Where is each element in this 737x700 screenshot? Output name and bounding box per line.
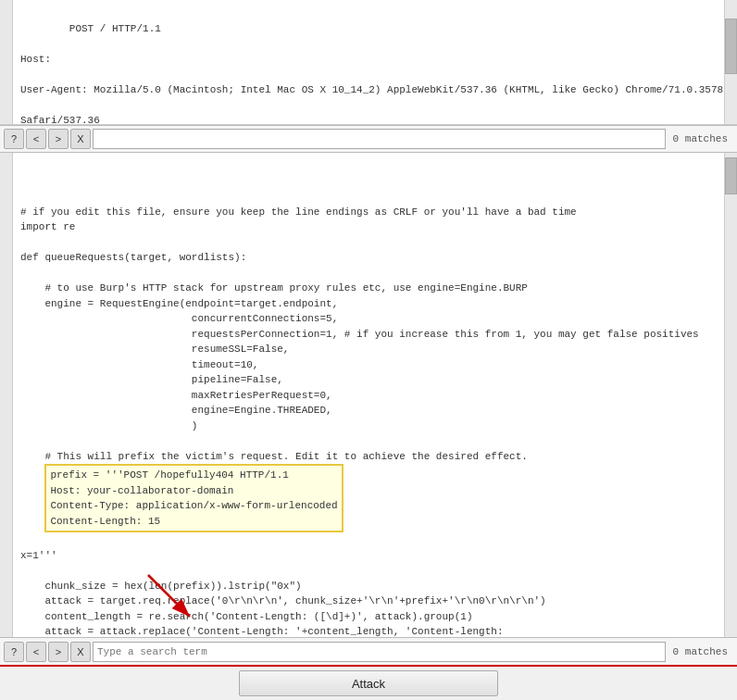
left-scrollbar-top: [0, 0, 13, 124]
scrollbar-thumb-code[interactable]: [725, 157, 737, 194]
top-search-bar: ? < > X 0 matches: [0, 125, 737, 153]
http-request-content: POST / HTTP/1.1 Host: User-Agent: Mozill…: [13, 0, 724, 124]
bottom-question-button[interactable]: ?: [4, 642, 24, 662]
attack-button[interactable]: Attack: [239, 670, 498, 696]
http-host-line: Host:: [20, 54, 57, 65]
top-prev-button[interactable]: <: [26, 129, 46, 149]
http-safari-line: Safari/537.36: [20, 115, 100, 125]
left-scrollbar-code: [0, 153, 13, 637]
bottom-close-button[interactable]: X: [70, 642, 91, 662]
right-scrollbar-code[interactable]: [724, 153, 737, 637]
bottom-prev-button[interactable]: <: [26, 642, 46, 662]
bottom-next-button[interactable]: >: [48, 642, 69, 662]
code-lines: # if you edit this file, ensure you keep…: [20, 189, 717, 637]
bottom-search-container: ? < > X 0 matches: [0, 637, 737, 665]
attack-area: Attack: [0, 665, 737, 700]
top-search-input[interactable]: [93, 129, 666, 149]
top-close-button[interactable]: X: [70, 129, 91, 149]
bottom-panel: # if you edit this file, ensure you keep…: [0, 153, 737, 665]
top-match-count: 0 matches: [668, 133, 733, 144]
code-area: # if you edit this file, ensure you keep…: [0, 153, 737, 637]
top-next-button[interactable]: >: [48, 129, 69, 149]
bottom-match-count: 0 matches: [668, 646, 733, 657]
http-useragent-line: User-Agent: Mozilla/5.0 (Macintosh; Inte…: [20, 84, 724, 95]
bottom-search-input[interactable]: [93, 642, 666, 662]
bottom-search-bar: ? < > X 0 matches: [0, 637, 737, 665]
scrollbar-thumb-top[interactable]: [725, 19, 737, 74]
top-question-button[interactable]: ?: [4, 129, 24, 149]
code-editor-content[interactable]: # if you edit this file, ensure you keep…: [13, 153, 724, 637]
main-container: POST / HTTP/1.1 Host: User-Agent: Mozill…: [0, 0, 737, 700]
right-scrollbar-top[interactable]: [724, 0, 737, 124]
top-panel: POST / HTTP/1.1 Host: User-Agent: Mozill…: [0, 0, 737, 125]
http-request-line1: POST / HTTP/1.1: [69, 23, 161, 34]
